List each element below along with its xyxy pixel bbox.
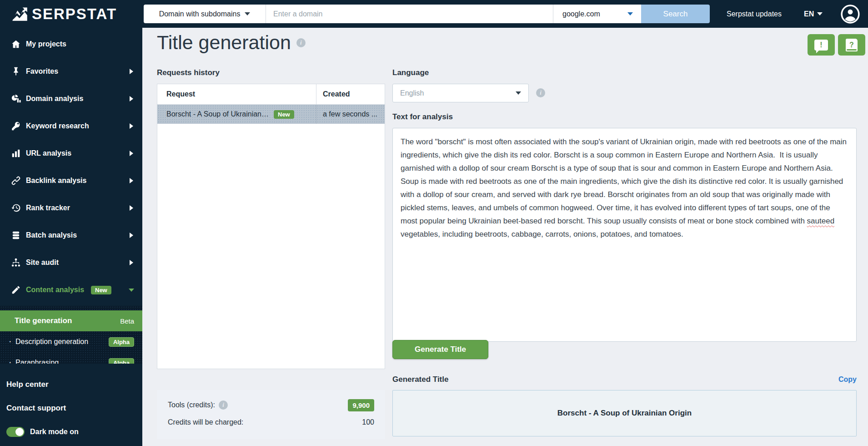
credits-charged-row: Credits will be charged: 100 bbox=[168, 416, 374, 429]
search-engine-select[interactable]: google.com bbox=[553, 5, 641, 23]
requests-history-table: Request Created Borscht - A Soup of Ukra… bbox=[157, 84, 385, 369]
submenu-item-label: Title generation bbox=[15, 316, 72, 325]
sidebar-item-backlink-analysis[interactable]: Backlink analysis bbox=[0, 167, 142, 194]
submenu-item-description-generation[interactable]: · Description generation Alpha bbox=[0, 331, 142, 352]
beta-badge: Beta bbox=[120, 317, 134, 325]
info-icon[interactable]: i bbox=[296, 38, 306, 47]
generated-title-text: Borscht - A Soup of Ukrainian Origin bbox=[557, 409, 692, 418]
contact-support-link[interactable]: Contact support bbox=[6, 404, 66, 413]
help-center-link[interactable]: Help center bbox=[6, 380, 49, 389]
chevron-right-icon bbox=[130, 123, 133, 129]
avatar-icon bbox=[841, 5, 860, 24]
dark-mode-label: Dark mode on bbox=[30, 428, 79, 436]
sidebar-item-label: Rank tracker bbox=[26, 204, 70, 212]
tools-credits-label: Tools (credits): bbox=[168, 401, 215, 409]
submenu-item-title-generation[interactable]: Title generation Beta bbox=[0, 310, 142, 331]
credits-charged-value: 100 bbox=[362, 418, 374, 426]
feedback-button[interactable]: ! bbox=[808, 34, 835, 56]
chevron-down-icon bbox=[129, 289, 134, 292]
language-code: EN bbox=[804, 10, 814, 18]
language-switcher[interactable]: EN bbox=[804, 0, 823, 28]
search-type-select[interactable]: Domain with subdomains bbox=[144, 5, 266, 23]
sidebar-item-label: Favorites bbox=[26, 67, 58, 76]
alpha-badge: Alpha bbox=[109, 337, 134, 347]
key-icon bbox=[11, 121, 21, 131]
feedback-bubble-icon: ! bbox=[814, 40, 828, 51]
sidebar-item-batch-analysis[interactable]: Batch analysis bbox=[0, 222, 142, 249]
analysis-text: The word "borscht" is most often associa… bbox=[401, 137, 849, 225]
text-for-analysis-input[interactable]: The word "borscht" is most often associa… bbox=[392, 128, 857, 342]
chevron-right-icon bbox=[130, 260, 133, 265]
bullet-dot: · bbox=[9, 338, 11, 346]
help-book-icon: ? bbox=[846, 39, 858, 51]
dark-mode-toggle[interactable] bbox=[6, 427, 25, 437]
generated-title-box: Borscht - A Soup of Ukrainian Origin bbox=[392, 390, 857, 436]
text-for-analysis-label: Text for analysis bbox=[392, 112, 453, 122]
sidebar-item-rank-tracker[interactable]: Rank tracker bbox=[0, 194, 142, 222]
chevron-right-icon bbox=[130, 69, 133, 74]
serpstat-logo[interactable]: SERPSTAT bbox=[12, 0, 117, 28]
help-docs-button[interactable]: ? bbox=[838, 34, 865, 56]
sidebar-item-label: Domain analysis bbox=[26, 95, 83, 103]
requests-history-heading: Requests history bbox=[157, 68, 220, 77]
top-bar: SERPSTAT Domain with subdomains google.c… bbox=[0, 0, 868, 28]
sidebar-item-content-analysis[interactable]: Content analysis New bbox=[0, 276, 142, 304]
chevron-right-icon bbox=[130, 233, 133, 238]
chevron-down-icon bbox=[627, 12, 633, 15]
sidebar-item-label: Batch analysis bbox=[26, 231, 77, 239]
sidebar-item-label: URL analysis bbox=[26, 149, 71, 157]
serpstat-logo-icon bbox=[12, 7, 28, 21]
sidebar-item-label: Content analysis bbox=[26, 286, 84, 294]
sidebar-item-label: Backlink analysis bbox=[26, 177, 86, 185]
sidebar-item-keyword-research[interactable]: Keyword research bbox=[0, 112, 142, 140]
column-header-created[interactable]: Created bbox=[316, 90, 385, 98]
user-avatar[interactable] bbox=[841, 5, 860, 24]
database-icon bbox=[11, 230, 21, 240]
chevron-down-icon bbox=[245, 12, 250, 15]
main-content: Title generation i ! ? Requests history … bbox=[142, 28, 868, 446]
domain-input[interactable] bbox=[266, 5, 553, 23]
sidebar-item-site-audit[interactable]: Site audit bbox=[0, 249, 142, 276]
tools-credits-row: Tools (credits): i 9,900 bbox=[168, 398, 374, 412]
chevron-right-icon bbox=[130, 151, 133, 156]
page-title: Title generation i bbox=[157, 31, 306, 54]
link-icon bbox=[11, 176, 21, 186]
copy-link[interactable]: Copy bbox=[838, 375, 857, 384]
new-badge: New bbox=[274, 110, 294, 119]
sidebar-item-my-projects[interactable]: My projects bbox=[0, 30, 142, 58]
info-icon[interactable]: i bbox=[219, 400, 228, 410]
misspelled-word: sauteed bbox=[807, 217, 835, 225]
sidebar-footer: Help center Contact support Dark mode on bbox=[0, 364, 142, 446]
pencil-icon bbox=[11, 285, 21, 295]
info-icon[interactable]: i bbox=[536, 88, 545, 97]
toggle-knob bbox=[15, 428, 24, 436]
sidebar: My projects Favorites Domain analysis Ke… bbox=[0, 28, 142, 446]
request-cell: Borscht - A Soup of Ukrainian O... bbox=[166, 110, 270, 118]
table-header-row: Request Created bbox=[157, 84, 385, 105]
generated-title-label: Generated Title bbox=[392, 375, 448, 384]
search-button[interactable]: Search bbox=[641, 5, 710, 23]
search-bar: Domain with subdomains google.com Search bbox=[144, 5, 710, 23]
generated-title-header: Generated Title Copy bbox=[392, 375, 857, 384]
chevron-down-icon bbox=[516, 91, 521, 95]
sidebar-item-label: Keyword research bbox=[26, 122, 89, 130]
sidebar-item-favorites[interactable]: Favorites bbox=[0, 58, 142, 85]
page-title-text: Title generation bbox=[157, 31, 291, 54]
new-badge: New bbox=[91, 286, 111, 294]
logo-text: SERPSTAT bbox=[32, 5, 117, 23]
credits-charged-label: Credits will be charged: bbox=[168, 418, 243, 426]
sidebar-item-url-analysis[interactable]: URL analysis bbox=[0, 140, 142, 167]
chevron-right-icon bbox=[130, 96, 133, 101]
language-select[interactable]: English bbox=[392, 84, 529, 102]
serpstat-updates-link[interactable]: Serpstat updates bbox=[727, 0, 782, 28]
table-row[interactable]: Borscht - A Soup of Ukrainian O... New a… bbox=[157, 105, 385, 124]
credits-panel: Tools (credits): i 9,900 Credits will be… bbox=[157, 390, 385, 439]
submenu-item-label: Description generation bbox=[15, 338, 88, 346]
sidebar-item-label: Site audit bbox=[26, 258, 59, 267]
generate-title-button[interactable]: Generate Title bbox=[392, 340, 488, 359]
sidebar-item-domain-analysis[interactable]: Domain analysis bbox=[0, 85, 142, 112]
language-label: Language bbox=[392, 68, 429, 77]
credits-balance-badge: 9,900 bbox=[348, 399, 374, 411]
search-engine-value: google.com bbox=[562, 10, 600, 18]
column-header-request[interactable]: Request bbox=[157, 84, 316, 104]
